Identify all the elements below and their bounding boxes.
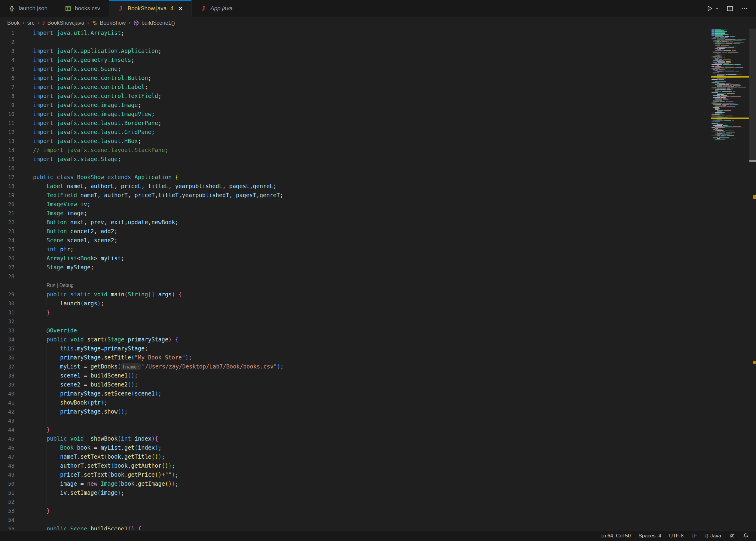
minimap[interactable] xyxy=(711,29,749,143)
code-line[interactable]: 22 Button next, prev, exit,update,newBoo… xyxy=(0,218,756,227)
run-button[interactable] xyxy=(706,5,719,12)
line-number[interactable]: 50 xyxy=(0,479,14,488)
line-number[interactable]: 22 xyxy=(0,218,14,227)
code-line[interactable]: 44 } xyxy=(0,425,756,434)
code-line[interactable]: 21 Image image; xyxy=(0,209,756,218)
code-line[interactable]: 3import javafx.application.Application; xyxy=(0,47,756,56)
line-number[interactable]: 45 xyxy=(0,434,14,443)
indentation-indicator[interactable]: Spaces: 4 xyxy=(637,533,663,539)
code-line[interactable]: 12import javafx.scene.layout.GridPane; xyxy=(0,128,756,137)
code-line[interactable]: 28 xyxy=(0,272,756,281)
line-number[interactable]: 27 xyxy=(0,263,14,272)
tab-bookshow-java[interactable]: J BookShow.java 4 ✕ xyxy=(109,0,192,17)
code-line[interactable]: 25 int ptr; xyxy=(0,245,756,254)
line-number[interactable]: 26 xyxy=(0,254,14,263)
feedback-button[interactable] xyxy=(727,533,737,539)
code-line[interactable]: 38 scene1 = buildScene1(); xyxy=(0,371,756,380)
code-line[interactable]: 8import javafx.scene.control.TextField; xyxy=(0,92,756,101)
line-number[interactable]: 17 xyxy=(0,173,14,182)
line-number[interactable]: 38 xyxy=(0,371,14,380)
code-line[interactable]: 32 xyxy=(0,317,756,326)
code-line[interactable]: 48 authorT.setText(book.getAuthor()); xyxy=(0,461,756,470)
tab-app-java[interactable]: J App.java xyxy=(192,0,241,17)
code-line[interactable]: 52 xyxy=(0,497,756,506)
line-number[interactable]: 7 xyxy=(0,83,14,92)
code-line[interactable]: 34 public void start(Stage primaryStage)… xyxy=(0,335,756,344)
breadcrumb-item-method[interactable]: buildScene1() xyxy=(134,20,175,26)
code-line[interactable]: 30 launch(args); xyxy=(0,299,756,308)
line-number[interactable]: 2 xyxy=(0,38,14,47)
line-number[interactable]: 35 xyxy=(0,344,14,353)
line-number[interactable]: 52 xyxy=(0,497,14,506)
line-number[interactable]: 18 xyxy=(0,182,14,191)
line-number[interactable]: 39 xyxy=(0,380,14,389)
line-number[interactable]: 3 xyxy=(0,47,14,56)
line-number[interactable]: 12 xyxy=(0,128,14,137)
encoding-indicator[interactable]: UTF-8 xyxy=(667,533,685,539)
code-line[interactable]: 51 iv.setImage(image); xyxy=(0,488,756,497)
line-number[interactable]: 40 xyxy=(0,389,14,398)
code-line[interactable]: 35 this.myStage=primaryStage; xyxy=(0,344,756,353)
codelens-debug-link[interactable]: Debug xyxy=(59,283,73,288)
language-mode-indicator[interactable]: {} Java xyxy=(703,533,723,539)
close-icon[interactable]: ✕ xyxy=(178,6,183,11)
code-line[interactable]: 11import javafx.scene.layout.BorderPane; xyxy=(0,119,756,128)
line-number[interactable]: 55 xyxy=(0,524,14,530)
code-line[interactable]: 1import java.util.ArrayList; xyxy=(0,29,756,38)
codelens-run-link[interactable]: Run xyxy=(47,283,55,288)
code-line[interactable]: 40 primaryStage.setScene(scene1); xyxy=(0,389,756,398)
code-line[interactable]: 5import javafx.scene.Scene; xyxy=(0,65,756,74)
line-number[interactable]: 25 xyxy=(0,245,14,254)
code-line[interactable]: 27 Stage myStage; xyxy=(0,263,756,272)
tab-books-csv[interactable]: books.csv xyxy=(56,0,109,17)
code-line[interactable]: 16 xyxy=(0,164,756,173)
line-number[interactable]: 42 xyxy=(0,407,14,416)
code-line[interactable]: 14// import javafx.scene.layout.StackPan… xyxy=(0,146,756,155)
code-line[interactable]: 39 scene2 = buildScene2(); xyxy=(0,380,756,389)
code-line[interactable]: 29 public static void main(String[] args… xyxy=(0,290,756,299)
line-number[interactable]: 30 xyxy=(0,299,14,308)
line-number[interactable]: 19 xyxy=(0,191,14,200)
line-number[interactable]: 32 xyxy=(0,317,14,326)
line-number[interactable]: 8 xyxy=(0,92,14,101)
code-editor[interactable]: 1import java.util.ArrayList;23import jav… xyxy=(0,29,756,530)
line-number[interactable]: 31 xyxy=(0,308,14,317)
code-line[interactable]: 31 } xyxy=(0,308,756,317)
line-number[interactable]: 46 xyxy=(0,443,14,452)
code-line[interactable]: 23 Button cancel2, add2; xyxy=(0,227,756,236)
code-line[interactable]: 33 @Override xyxy=(0,326,756,335)
eol-indicator[interactable]: LF xyxy=(690,533,699,539)
code-line[interactable]: 41 showBook(ptr); xyxy=(0,398,756,407)
code-line[interactable]: 26 ArrayList<Book> myList; xyxy=(0,254,756,263)
code-line[interactable]: 4import javafx.geometry.Insets; xyxy=(0,56,756,65)
code-line[interactable]: 10import javafx.scene.image.ImageView; xyxy=(0,110,756,119)
line-number[interactable]: 15 xyxy=(0,155,14,164)
cursor-position-indicator[interactable]: Ln 64, Col 50 xyxy=(598,533,632,539)
line-number[interactable]: 43 xyxy=(0,416,14,425)
code-line[interactable]: 42 primaryStage.show(); xyxy=(0,407,756,416)
code-line[interactable]: 20 ImageView iv; xyxy=(0,200,756,209)
line-number[interactable]: 16 xyxy=(0,164,14,173)
breadcrumb-item-class[interactable]: BookShow xyxy=(92,20,126,26)
line-number[interactable]: 36 xyxy=(0,353,14,362)
more-actions-button[interactable] xyxy=(741,5,748,12)
line-number[interactable]: 23 xyxy=(0,227,14,236)
line-number[interactable]: 9 xyxy=(0,101,14,110)
line-number[interactable]: 37 xyxy=(0,362,14,371)
code-line[interactable]: 6import javafx.scene.control.Button; xyxy=(0,74,756,83)
line-number[interactable]: 48 xyxy=(0,461,14,470)
line-number[interactable]: 13 xyxy=(0,137,14,146)
code-line[interactable]: 7import javafx.scene.control.Label; xyxy=(0,83,756,92)
code-line[interactable]: 50 image = new Image(book.getImage()); xyxy=(0,479,756,488)
line-number[interactable]: 49 xyxy=(0,470,14,479)
code-line[interactable]: 36 primaryStage.setTitle("My Book Store"… xyxy=(0,353,756,362)
line-number[interactable]: 10 xyxy=(0,110,14,119)
scrollbar-slider[interactable] xyxy=(749,29,756,160)
line-number[interactable]: 29 xyxy=(0,290,14,299)
line-number[interactable]: 5 xyxy=(0,65,14,74)
line-number[interactable]: 33 xyxy=(0,326,14,335)
line-number[interactable]: 51 xyxy=(0,488,14,497)
scrollbar-grip[interactable] xyxy=(749,160,756,162)
code-line[interactable]: 55 public Scene buildScene1() { xyxy=(0,524,756,530)
line-number[interactable]: 14 xyxy=(0,146,14,155)
